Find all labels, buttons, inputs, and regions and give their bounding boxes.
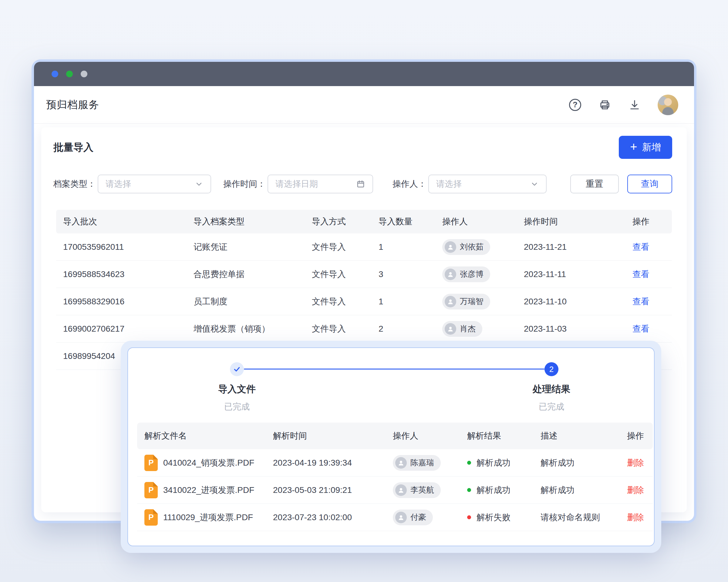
cell-batch: 1700535962011 — [56, 242, 186, 252]
result-text: 解析失败 — [476, 512, 511, 523]
query-button[interactable]: 查询 — [627, 175, 672, 193]
operator-name: 李英航 — [410, 485, 434, 495]
cell-time: 2023-11-10 — [517, 297, 625, 306]
col-header-method: 导入方式 — [305, 216, 371, 227]
step-number-badge: 2 — [545, 362, 558, 376]
check-icon — [233, 365, 241, 373]
cell-result: 解析成功 — [460, 457, 533, 469]
archive-type-label: 档案类型： — [53, 178, 96, 190]
status-dot-success — [467, 461, 471, 465]
cell-time: 2023-07-23 10:02:00 — [266, 512, 386, 522]
delete-link[interactable]: 删除 — [627, 457, 644, 469]
col-header-time: 操作时间 — [517, 216, 625, 227]
person-icon — [445, 296, 456, 307]
operator-name: 张彦博 — [460, 269, 484, 279]
print-button[interactable] — [598, 98, 612, 112]
archive-type-placeholder: 请选择 — [106, 178, 131, 190]
step-label: 导入文件 — [176, 383, 297, 395]
step-import-file: 导入文件 已完成 — [176, 362, 297, 413]
table-row: 1699588329016 员工制度 文件导入 1 万瑞智 2023-11-10… — [56, 288, 672, 315]
download-button[interactable] — [628, 98, 641, 112]
col-header-action: 操作 — [620, 430, 653, 442]
person-icon — [445, 241, 456, 253]
view-link[interactable]: 查看 — [632, 242, 649, 252]
pdf-file-icon: P — [145, 455, 158, 471]
file-name: 3410022_进项发票.PDF — [163, 484, 254, 496]
cell-operator: 万瑞智 — [435, 294, 517, 309]
col-header-batch: 导入批次 — [56, 216, 186, 227]
header-actions: ? — [568, 94, 678, 115]
filter-bar: 档案类型： 请选择 操作时间： 请选择日期 操作人： 请选择 — [53, 175, 672, 193]
table-header-row: 导入批次 导入档案类型 导入方式 导入数量 操作人 操作时间 操作 — [56, 210, 672, 233]
cell-desc: 请核对命名规则 — [533, 512, 620, 523]
cell-time: 2023-05-03 21:09:21 — [266, 485, 386, 495]
delete-link[interactable]: 删除 — [627, 484, 644, 496]
table-header-row: 解析文件名 解析时间 操作人 解析结果 描述 操作 — [137, 422, 653, 449]
step-status: 已完成 — [176, 401, 297, 413]
operator-filter-label: 操作人： — [392, 178, 426, 190]
cell-method: 文件导入 — [305, 269, 371, 280]
help-icon: ? — [569, 99, 581, 111]
cell-desc: 解析成功 — [533, 457, 620, 469]
col-header-file: 解析文件名 — [137, 430, 266, 442]
op-time-input[interactable]: 请选择日期 — [267, 175, 373, 193]
cell-qty: 3 — [371, 270, 435, 279]
cell-type: 记账凭证 — [186, 241, 305, 253]
cell-operator: 肖杰 — [435, 321, 517, 337]
add-button-label: 新增 — [642, 141, 661, 154]
cell-file: P 1110029_进项发票.PDF — [137, 509, 266, 526]
operator-chip: 陈嘉瑞 — [393, 455, 441, 471]
user-avatar[interactable] — [658, 94, 678, 115]
view-link[interactable]: 查看 — [632, 324, 649, 333]
cell-operator: 李英航 — [386, 482, 460, 498]
operator-chip: 刘依茹 — [442, 239, 490, 255]
cell-operator: 刘依茹 — [435, 239, 517, 255]
table-row: P 3410022_进项发票.PDF 2023-05-03 21:09:21 李… — [137, 476, 653, 504]
cell-operator: 陈嘉瑞 — [386, 455, 460, 471]
file-name: 0410024_销项发票.PDF — [163, 457, 254, 469]
cell-time: 2023-11-21 — [517, 242, 625, 252]
archive-type-select[interactable]: 请选择 — [98, 175, 211, 193]
cell-file: P 3410022_进项发票.PDF — [137, 482, 266, 498]
reset-button[interactable]: 重置 — [570, 175, 619, 193]
cell-batch: 1699588534623 — [56, 270, 186, 279]
cell-time: 2023-11-03 — [517, 324, 625, 334]
operator-name: 肖杰 — [460, 324, 476, 334]
traffic-light-blue[interactable] — [52, 71, 58, 77]
add-button[interactable]: + 新增 — [619, 136, 672, 159]
cell-type: 增值税发票（销项） — [186, 323, 305, 335]
op-time-label: 操作时间： — [223, 178, 266, 190]
pdf-file-icon: P — [145, 482, 158, 498]
traffic-light-gray[interactable] — [81, 71, 87, 77]
step-status: 已完成 — [491, 401, 612, 413]
delete-link[interactable]: 删除 — [627, 512, 644, 523]
cell-type: 合思费控单据 — [186, 269, 305, 280]
panel-title: 批量导入 — [53, 141, 94, 154]
download-icon — [628, 99, 641, 111]
help-button[interactable]: ? — [568, 98, 582, 112]
cell-time: 2023-04-19 19:39:34 — [266, 458, 386, 468]
cell-result: 解析成功 — [460, 484, 533, 496]
col-header-result: 解析结果 — [460, 430, 533, 442]
cell-batch: 1699002706217 — [56, 324, 186, 334]
person-icon — [395, 512, 407, 523]
step-done-check — [230, 362, 244, 376]
cell-type: 员工制度 — [186, 296, 305, 307]
view-link[interactable]: 查看 — [632, 270, 649, 279]
view-link[interactable]: 查看 — [632, 297, 649, 306]
plus-icon: + — [630, 141, 637, 153]
person-icon — [445, 323, 456, 335]
operator-select[interactable]: 请选择 — [428, 175, 547, 193]
cell-file: P 0410024_销项发票.PDF — [137, 455, 266, 471]
cell-batch: 1699588329016 — [56, 297, 186, 306]
person-icon — [395, 484, 407, 496]
table-row: 1699002706217 增值税发票（销项） 文件导入 2 肖杰 2023-1… — [56, 315, 672, 342]
traffic-light-green[interactable] — [66, 71, 73, 77]
operator-chip: 张彦博 — [442, 267, 490, 282]
cell-method: 文件导入 — [305, 323, 371, 335]
printer-icon — [598, 99, 611, 111]
col-header-desc: 描述 — [533, 430, 620, 442]
operator-chip: 肖杰 — [442, 321, 482, 337]
result-text: 解析成功 — [476, 484, 511, 496]
operator-name: 陈嘉瑞 — [410, 458, 434, 468]
